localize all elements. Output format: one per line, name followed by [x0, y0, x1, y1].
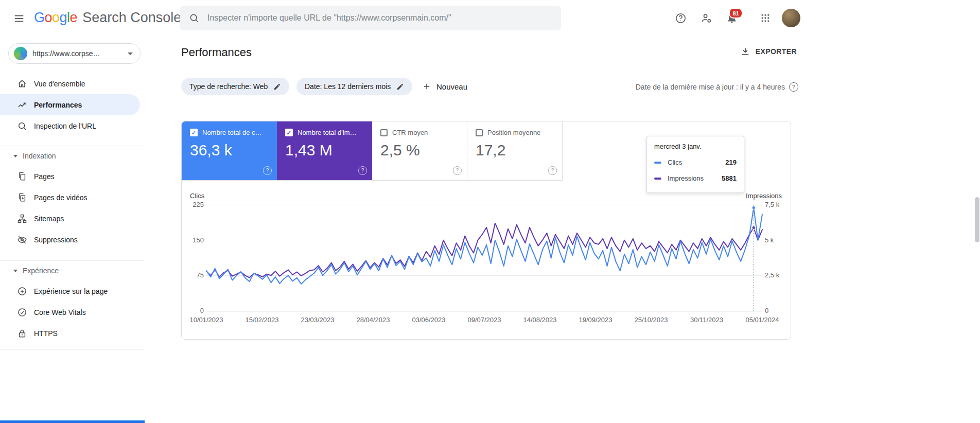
- help-icon[interactable]: [789, 82, 798, 92]
- filter-chip-search-type[interactable]: Type de recherche: Web: [181, 78, 289, 95]
- sidebar-item-label: Suppressions: [34, 236, 78, 244]
- property-selector[interactable]: https://www.corpse…: [8, 43, 141, 64]
- section-label: Indexation: [23, 152, 56, 160]
- app-name: Search Console: [82, 10, 181, 26]
- metric-label: CTR moyen: [392, 129, 428, 136]
- export-button[interactable]: EXPORTER: [740, 46, 797, 57]
- logo-letter: o: [52, 10, 60, 26]
- tooltip-date: mercredi 3 janv.: [654, 143, 737, 150]
- y-tick-label: 225: [182, 201, 204, 208]
- sidebar-item-inspection-url[interactable]: Inspection de l'URL: [0, 115, 145, 136]
- tooltip-value: 219: [725, 158, 737, 166]
- metric-card-average-position[interactable]: Position moyenne 17,2: [467, 121, 563, 181]
- sidebar-item-pages[interactable]: Pages: [0, 166, 145, 187]
- section-header-indexation[interactable]: Indexation: [0, 147, 145, 165]
- filter-chip-date[interactable]: Date: Les 12 derniers mois: [296, 78, 412, 95]
- sidebar-item-label: Core Web Vitals: [34, 308, 86, 316]
- checkbox-icon[interactable]: [476, 129, 483, 136]
- sidebar-item-label: Expérience sur la page: [34, 287, 108, 295]
- new-filter-label: Nouveau: [436, 82, 467, 91]
- tooltip-row-impressions: Impressions 5881: [654, 170, 737, 186]
- sidebar-section-indexation: Indexation Pages Pages de vidéos: [0, 146, 145, 250]
- x-axis-label: 15/02/2023: [237, 316, 287, 324]
- help-icon[interactable]: [548, 166, 557, 175]
- app-logo[interactable]: Google Search Console: [34, 10, 181, 26]
- new-filter-button[interactable]: Nouveau: [422, 78, 467, 95]
- sidebar-item-label: Sitemaps: [34, 215, 64, 223]
- impressions-series-swatch: [654, 178, 661, 180]
- y-tick-label: 0: [182, 307, 204, 314]
- export-label: EXPORTER: [756, 47, 797, 56]
- metric-card-total-impressions[interactable]: Nombre total d'im… 1,43 M: [277, 121, 372, 181]
- sidebar-item-pages-videos[interactable]: Pages de vidéos: [0, 187, 145, 208]
- scrollbar-thumb[interactable]: [975, 197, 979, 242]
- notifications-bell-icon[interactable]: 81: [726, 12, 738, 24]
- sidebar-item-https[interactable]: HTTPS: [0, 323, 145, 344]
- visibility-off-icon: [17, 235, 27, 245]
- sidebar-item-vue-densemble[interactable]: Vue d'ensemble: [0, 73, 145, 94]
- sidebar-item-label: HTTPS: [34, 329, 58, 338]
- logo-letter: G: [34, 10, 45, 26]
- y-tick-label: 150: [182, 236, 204, 244]
- tooltip-label: Clics: [668, 158, 725, 166]
- gauge-check-icon: [17, 307, 27, 318]
- video-pages-icon: [17, 192, 27, 203]
- checkbox-icon[interactable]: [380, 129, 388, 136]
- sidebar-item-sitemaps[interactable]: Sitemaps: [0, 208, 145, 229]
- x-axis-label: 19/09/2023: [571, 316, 620, 324]
- section-label: Expérience: [23, 267, 59, 275]
- help-icon[interactable]: [358, 166, 367, 175]
- filter-chip-label: Type de recherche: Web: [189, 82, 268, 91]
- url-inspection-search-bar[interactable]: [180, 6, 561, 30]
- sidebar-item-suppressions[interactable]: Suppressions: [0, 229, 145, 250]
- user-avatar[interactable]: [782, 9, 800, 27]
- search-icon: [17, 121, 27, 131]
- sidebar: https://www.corpse… Vue d'ensemble Perfo…: [0, 36, 145, 350]
- metric-label: Nombre total d'im…: [297, 129, 356, 136]
- logo-letter: e: [70, 10, 78, 26]
- y-axis-title-impressions: Impressions: [746, 192, 790, 200]
- chart-hover-tooltip: mercredi 3 janv. Clics 219 Impressions 5…: [646, 136, 744, 193]
- tooltip-row-clicks: Clics 219: [654, 154, 737, 170]
- user-settings-icon[interactable]: [701, 12, 712, 24]
- y-tick-label: 7,5 k: [765, 201, 779, 208]
- pencil-icon: [273, 83, 281, 91]
- sidebar-item-label: Pages de vidéos: [34, 193, 87, 202]
- sidebar-item-label: Performances: [34, 101, 82, 109]
- metric-value: 17,2: [476, 142, 562, 159]
- hamburger-menu-icon[interactable]: [13, 13, 25, 24]
- help-icon[interactable]: [675, 12, 687, 24]
- x-axis-label: 28/04/2023: [348, 316, 398, 324]
- section-header-experience[interactable]: Expérience: [0, 262, 145, 279]
- metric-card-average-ctr[interactable]: CTR moyen 2,5 %: [372, 121, 467, 181]
- x-axis-label: 25/10/2023: [626, 316, 676, 324]
- last-update-status: Date de la dernière mise à jour : il y a…: [636, 82, 798, 92]
- checkbox-icon[interactable]: [285, 129, 293, 136]
- property-url: https://www.corpse…: [32, 49, 122, 58]
- checkbox-icon[interactable]: [190, 129, 198, 136]
- tooltip-value: 5881: [722, 174, 737, 182]
- x-axis-label: 10/01/2023: [182, 316, 231, 324]
- x-axis-label: 03/06/2023: [404, 316, 453, 324]
- trending-up-icon: [17, 100, 27, 110]
- download-icon: [740, 46, 750, 57]
- performance-line-chart[interactable]: [206, 205, 762, 311]
- top-bar: Google Search Console 81: [0, 0, 980, 36]
- help-icon[interactable]: [453, 166, 462, 175]
- sitemap-tree-icon: [17, 214, 27, 224]
- sidebar-item-performances[interactable]: Performances: [0, 94, 140, 115]
- x-axis-label: 05/01/2024: [738, 316, 787, 324]
- sidebar-item-experience-page[interactable]: Expérience sur la page: [0, 280, 145, 302]
- last-update-text: Date de la dernière mise à jour : il y a…: [636, 83, 785, 91]
- url-inspection-input[interactable]: [206, 13, 552, 23]
- help-icon[interactable]: [263, 166, 272, 175]
- metric-card-total-clicks[interactable]: Nombre total de c… 36,3 k: [182, 121, 277, 181]
- sidebar-item-core-web-vitals[interactable]: Core Web Vitals: [0, 302, 145, 323]
- sidebar-item-label: Vue d'ensemble: [34, 80, 85, 88]
- x-axis-label: 09/07/2023: [460, 316, 509, 324]
- chevron-down-icon: [128, 52, 133, 55]
- lock-icon: [17, 328, 27, 339]
- google-apps-grid-icon[interactable]: [760, 13, 771, 23]
- y-tick-label: 2,5 k: [765, 271, 779, 279]
- page-experience-icon: [17, 286, 27, 296]
